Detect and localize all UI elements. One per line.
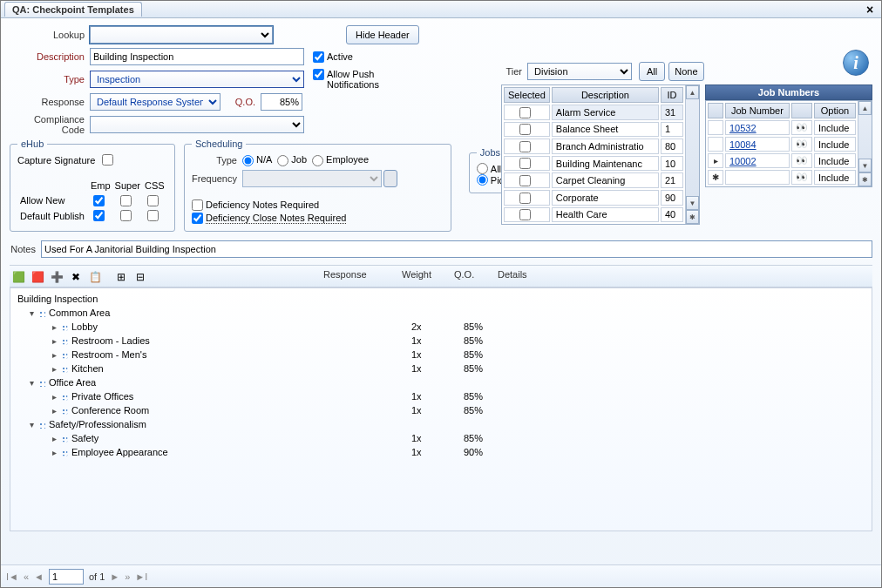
tree-item[interactable]: ▸ Restroom - Ladies 1x 85%: [10, 334, 872, 348]
tier-row-checkbox[interactable]: [519, 107, 531, 118]
job-number-link[interactable]: 10532: [729, 123, 756, 133]
allow-new-emp[interactable]: [93, 195, 105, 206]
allow-new-super[interactable]: [120, 195, 132, 206]
expand-icon[interactable]: ▸: [49, 406, 59, 416]
tree-item[interactable]: ▸ Kitchen 1x 85%: [10, 362, 872, 375]
pager-nextset-icon[interactable]: »: [125, 571, 130, 582]
tier-row-checkbox[interactable]: [519, 193, 531, 204]
binoculars-icon[interactable]: 👀: [791, 120, 812, 135]
tree-item[interactable]: ▸ Lobby 2x 85%: [10, 320, 872, 334]
job-row[interactable]: ✱ 👀 Include: [708, 170, 856, 185]
new-row-icon[interactable]: ✱: [858, 172, 872, 186]
qo-input[interactable]: [261, 93, 302, 111]
expand-icon[interactable]: ▸: [49, 448, 59, 457]
allow-new-css[interactable]: [147, 195, 159, 206]
job-row[interactable]: ▸ 10002 👀 Include: [708, 153, 856, 168]
expand-icon[interactable]: ▸: [49, 392, 59, 402]
tier-row[interactable]: Corporate 90: [504, 190, 683, 206]
scroll-up-icon[interactable]: ▲: [858, 101, 872, 115]
sched-na[interactable]: N/A: [242, 154, 272, 166]
tree-group[interactable]: ▾Safety/Professionalism: [10, 417, 872, 431]
tree-item[interactable]: ▸ Conference Room 1x 85%: [10, 403, 872, 417]
response-select[interactable]: Default Response System: [90, 93, 220, 111]
pager-prev-icon[interactable]: ◄: [34, 571, 44, 582]
job-number-link[interactable]: 10084: [729, 139, 756, 150]
expand-icon[interactable]: ▸: [49, 434, 59, 443]
binoculars-icon[interactable]: 👀: [791, 137, 812, 152]
tree-root[interactable]: Building Inspection: [10, 292, 872, 306]
expand-icon[interactable]: ▸: [49, 350, 59, 360]
expand-all-icon[interactable]: ⊞: [112, 269, 130, 285]
tier-none-button[interactable]: None: [668, 62, 703, 81]
tree-item[interactable]: ▸ Restroom - Men's 1x 85%: [10, 348, 872, 362]
add-folder-icon[interactable]: 🟩: [10, 269, 27, 285]
pager-page-input[interactable]: [49, 569, 84, 585]
pager-next-icon[interactable]: ►: [110, 571, 119, 582]
scroll-down-icon[interactable]: ▼: [858, 159, 872, 172]
tier-scrollbar[interactable]: ▲ ▼ ✱: [685, 85, 699, 224]
tier-row-checkbox[interactable]: [519, 158, 531, 169]
pager-first-icon[interactable]: I◄: [6, 571, 18, 582]
tier-row-checkbox[interactable]: [519, 175, 531, 186]
description-input[interactable]: [90, 48, 304, 65]
tier-grid[interactable]: Selected Description ID Alarm Service 31…: [501, 84, 700, 225]
def-pub-emp[interactable]: [93, 210, 105, 221]
collapse-icon[interactable]: ▾: [26, 420, 37, 429]
job-row[interactable]: 10532 👀 Include: [708, 120, 856, 135]
capture-sig-checkbox[interactable]: [102, 154, 113, 166]
collapse-all-icon[interactable]: ⊟: [132, 269, 149, 285]
scroll-down-icon[interactable]: ▼: [686, 196, 699, 210]
tier-row[interactable]: Health Care 40: [504, 207, 683, 223]
hide-header-button[interactable]: Hide Header: [346, 25, 419, 44]
copy-icon[interactable]: 📋: [86, 269, 104, 285]
close-icon[interactable]: ×: [862, 3, 878, 17]
tree-item[interactable]: ▸ Private Offices 1x 85%: [10, 389, 872, 403]
tier-row-checkbox[interactable]: [519, 209, 531, 220]
type-select[interactable]: Inspection: [90, 71, 304, 88]
pager-last-icon[interactable]: ►I: [135, 571, 147, 582]
tier-row[interactable]: Balance Sheet 1: [504, 122, 683, 138]
sched-emp[interactable]: Employee: [312, 154, 369, 166]
binoculars-icon[interactable]: 👀: [791, 170, 812, 185]
compliance-select[interactable]: [90, 116, 304, 133]
expand-icon[interactable]: ▸: [49, 322, 59, 332]
tier-row[interactable]: Alarm Service 31: [504, 105, 683, 120]
notes-input[interactable]: [41, 240, 872, 258]
pager-prevset-icon[interactable]: «: [24, 571, 29, 582]
info-icon[interactable]: i: [843, 50, 869, 76]
new-row-icon[interactable]: ✱: [686, 210, 699, 224]
tree-group[interactable]: ▾Office Area: [10, 375, 872, 389]
tier-row[interactable]: Building Maintenanc 10: [504, 156, 683, 172]
active-checkbox-label[interactable]: Active: [313, 51, 353, 63]
def-pub-css[interactable]: [147, 210, 159, 221]
expand-icon[interactable]: ▸: [49, 336, 59, 346]
active-checkbox[interactable]: [313, 51, 324, 63]
binoculars-icon[interactable]: 👀: [791, 153, 812, 168]
allow-push-checkbox[interactable]: [313, 69, 324, 80]
expand-icon[interactable]: ▸: [49, 364, 59, 374]
def-notes-req[interactable]: Deficiency Notes Required: [192, 199, 444, 211]
collapse-icon[interactable]: ▾: [26, 378, 37, 388]
tier-row[interactable]: Branch Administratio 80: [504, 139, 683, 154]
add-item-icon[interactable]: ➕: [48, 269, 65, 285]
tier-select[interactable]: Division: [527, 63, 632, 80]
collapse-icon[interactable]: ▾: [26, 308, 37, 318]
job-scrollbar[interactable]: ▲ ▼ ✱: [858, 101, 872, 186]
job-number-link[interactable]: 10002: [729, 156, 756, 166]
capture-sig-label[interactable]: Capture Signature: [17, 154, 167, 166]
lookup-select[interactable]: [90, 26, 273, 44]
delete-folder-icon[interactable]: 🟥: [29, 269, 46, 285]
job-row[interactable]: 10084 👀 Include: [708, 137, 856, 152]
allow-push-label[interactable]: Allow Push Notifications: [313, 69, 400, 90]
tier-all-button[interactable]: All: [639, 62, 665, 81]
sched-job[interactable]: Job: [277, 154, 307, 166]
tree-group[interactable]: ▾Common Area: [10, 306, 872, 320]
def-pub-super[interactable]: [120, 210, 132, 221]
checkpoint-tree[interactable]: Building Inspection ▾Common Area▸ Lobby …: [10, 287, 872, 531]
scroll-up-icon[interactable]: ▲: [686, 85, 699, 99]
def-close-notes-req[interactable]: Deficiency Close Notes Required: [192, 213, 444, 224]
tree-item[interactable]: ▸ Employee Appearance 1x 90%: [10, 445, 872, 459]
delete-item-icon[interactable]: ✖: [67, 269, 85, 285]
tier-row-checkbox[interactable]: [519, 141, 531, 152]
tier-row-checkbox[interactable]: [519, 124, 531, 135]
